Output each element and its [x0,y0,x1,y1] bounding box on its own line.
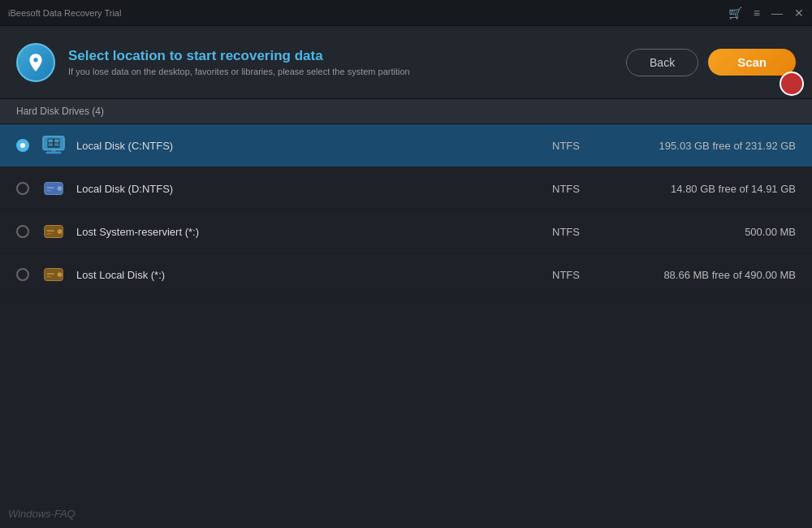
svg-rect-15 [47,233,52,234]
location-svg [25,52,46,73]
title-bar: iBeesoft Data Recovery Trial 🛒 ≡ — ✕ [0,0,812,26]
drive-name: Lost System-reserviert (*:) [76,226,552,238]
drive-icon [41,219,67,245]
svg-rect-5 [54,140,59,143]
svg-point-13 [58,229,63,234]
drive-row[interactable]: Lost System-reserviert (*:)NTFS500.00 MB [0,210,812,253]
scan-button[interactable]: Scan [708,49,796,76]
drive-size: 14.80 GB free of 14.91 GB [633,183,796,195]
app-title: iBeesoft Data Recovery Trial [8,8,121,18]
svg-rect-10 [47,187,54,188]
svg-rect-11 [47,190,52,191]
svg-rect-4 [48,140,53,143]
drive-name: Lost Local Disk (*:) [76,269,552,281]
header-heading: Select location to start recovering data [68,48,410,64]
drive-icon [41,132,67,158]
drive-fs: NTFS [552,226,633,238]
drive-fs: NTFS [552,140,633,152]
cart-icon[interactable]: 🛒 [728,6,742,19]
header-buttons: Back Scan [626,49,796,76]
svg-rect-3 [51,150,56,152]
header-left: Select location to start recovering data… [16,43,410,82]
drive-radio [16,139,29,152]
header-text: Select location to start recovering data… [68,48,410,76]
minimize-icon[interactable]: — [771,6,783,19]
close-icon[interactable]: ✕ [794,6,804,19]
svg-rect-2 [46,152,62,154]
svg-rect-19 [47,276,52,277]
section-header: Hard Disk Drives (4) [0,99,812,124]
svg-point-9 [58,186,63,191]
drive-size: 195.03 GB free of 231.92 GB [633,140,796,152]
svg-rect-6 [48,143,53,146]
section-label: Hard Disk Drives (4) [16,106,104,117]
svg-point-17 [58,272,63,277]
drive-row[interactable]: Local Disk (D:NTFS)NTFS14.80 GB free of … [0,167,812,210]
drive-radio [16,182,29,195]
drive-row[interactable]: Lost Local Disk (*:)NTFS88.66 MB free of… [0,253,812,296]
drive-radio [16,225,29,238]
header: Select location to start recovering data… [0,26,812,99]
drive-radio [16,268,29,281]
drive-size: 500.00 MB [633,226,796,238]
drive-size: 88.66 MB free of 490.00 MB [633,269,796,281]
svg-rect-14 [47,230,54,232]
drive-fs: NTFS [552,269,633,281]
window-controls: 🛒 ≡ — ✕ [728,6,804,19]
drive-name: Local Disk (D:NTFS) [76,183,552,195]
drive-icon [41,175,67,201]
svg-rect-7 [54,143,59,146]
header-subtext: If you lose data on the desktop, favorit… [68,67,410,76]
menu-icon[interactable]: ≡ [754,6,760,19]
back-button[interactable]: Back [626,49,698,76]
svg-rect-18 [47,273,54,275]
drive-fs: NTFS [552,183,633,195]
drive-name: Local Disk (C:NTFS) [76,140,552,152]
drive-icon [41,262,67,288]
location-icon [16,43,55,82]
watermark: Windows-FAQ [8,508,76,520]
drive-list: Local Disk (C:NTFS)NTFS195.03 GB free of… [0,124,812,296]
drive-row[interactable]: Local Disk (C:NTFS)NTFS195.03 GB free of… [0,124,812,167]
